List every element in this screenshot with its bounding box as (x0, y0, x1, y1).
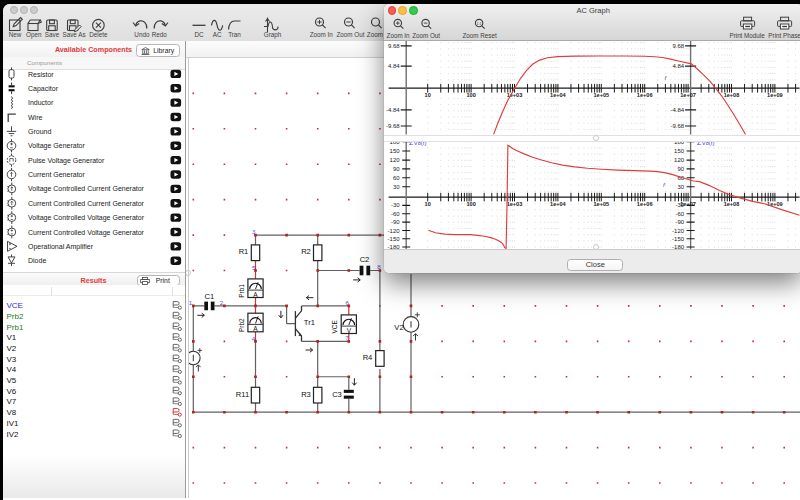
svg-text:V5: V5 (7, 376, 17, 385)
svg-text:8: 8 (377, 263, 381, 270)
svg-text:Voltage Controlled Voltage Gen: Voltage Controlled Voltage Generator (28, 214, 145, 222)
svg-text:1e+03: 1e+03 (507, 92, 523, 98)
svg-text:-4.84: -4.84 (671, 107, 685, 113)
svg-text:-120: -120 (388, 228, 401, 234)
svg-text:A: A (253, 290, 258, 297)
svg-text:-4.84: -4.84 (386, 107, 400, 113)
svg-text:V1: V1 (7, 333, 17, 342)
svg-text:1: 1 (189, 298, 193, 305)
svg-text:-120: -120 (673, 228, 686, 234)
svg-text:Graph: Graph (264, 31, 282, 39)
svg-text:5: 5 (252, 263, 256, 270)
svg-text:Ground: Ground (28, 128, 51, 135)
svg-text:4.84: 4.84 (388, 63, 400, 69)
svg-text:V2: V2 (394, 322, 403, 331)
svg-text:Wire: Wire (28, 114, 42, 121)
svg-text:1e+06: 1e+06 (637, 201, 653, 207)
svg-text:150: 150 (390, 148, 401, 154)
svg-text:1e+04: 1e+04 (550, 92, 567, 98)
svg-text:AC: AC (213, 31, 222, 38)
svg-text:Tran: Tran (228, 31, 241, 38)
svg-text:IV2: IV2 (7, 430, 20, 439)
svg-text:C2: C2 (360, 255, 370, 264)
svg-text:-150: -150 (388, 236, 401, 242)
svg-text:-30: -30 (391, 203, 400, 209)
svg-text:R1: R1 (239, 247, 249, 256)
svg-text:-9.68: -9.68 (386, 123, 400, 129)
svg-text:1e+06: 1e+06 (637, 92, 653, 98)
svg-text:1e+08: 1e+08 (724, 92, 740, 98)
svg-text:Voltage Controlled Current Gen: Voltage Controlled Current Generator (28, 185, 145, 193)
svg-text:Prb2: Prb2 (7, 312, 24, 321)
svg-text:90: 90 (678, 166, 685, 172)
svg-text:Tr1: Tr1 (304, 317, 315, 326)
svg-text:1e+07: 1e+07 (681, 92, 697, 98)
svg-text:-60: -60 (391, 211, 400, 217)
svg-text:1e+09: 1e+09 (767, 92, 783, 98)
svg-text:Pulse Voltage Generator: Pulse Voltage Generator (28, 157, 105, 165)
svg-text:4: 4 (252, 334, 256, 341)
svg-text:V8: V8 (7, 408, 17, 417)
svg-text:DC: DC (194, 31, 204, 38)
svg-text:V6: V6 (7, 387, 17, 396)
svg-text:6: 6 (346, 298, 350, 305)
svg-text:Capacitor: Capacitor (28, 85, 59, 93)
svg-text:1e+05: 1e+05 (594, 92, 610, 98)
svg-text:1e+04: 1e+04 (550, 201, 567, 207)
svg-text:Prb1: Prb1 (238, 283, 245, 297)
svg-text:V7: V7 (7, 397, 17, 406)
svg-text:V4: V4 (7, 365, 17, 374)
svg-text:Zoom In: Zoom In (310, 31, 334, 38)
svg-text:C3: C3 (332, 389, 342, 398)
svg-text:100: 100 (467, 92, 476, 98)
svg-text:-150: -150 (673, 236, 686, 242)
svg-text:Resistor: Resistor (28, 71, 54, 78)
svg-text:Zoom Out: Zoom Out (337, 31, 365, 38)
svg-text:4.84: 4.84 (673, 63, 685, 69)
svg-text:VCE: VCE (7, 301, 23, 310)
svg-text:-90: -90 (676, 219, 685, 225)
svg-text:9.68: 9.68 (673, 43, 685, 49)
svg-text:1e+05: 1e+05 (594, 201, 610, 207)
svg-text:C1: C1 (204, 291, 214, 300)
svg-text:Voltage Generator: Voltage Generator (28, 142, 85, 150)
svg-text:A: A (253, 325, 258, 332)
svg-text:3: 3 (252, 227, 256, 234)
svg-text:f: f (665, 75, 668, 81)
svg-text:R3: R3 (301, 389, 311, 398)
svg-text:Prb2: Prb2 (238, 317, 245, 331)
svg-text:10: 10 (425, 201, 431, 207)
svg-text:Diode: Diode (28, 257, 46, 264)
svg-text:R11: R11 (236, 389, 249, 398)
svg-text:-30: -30 (676, 203, 685, 209)
svg-text:V2: V2 (7, 344, 17, 353)
svg-text:VCE: VCE (331, 319, 338, 333)
svg-text:Inductor: Inductor (28, 99, 54, 106)
svg-text:Operational Amplifier: Operational Amplifier (28, 243, 94, 251)
svg-text:R2: R2 (301, 247, 311, 256)
svg-text:IV1: IV1 (7, 419, 20, 428)
svg-text:120: 120 (674, 157, 685, 163)
svg-text:-9.68: -9.68 (671, 123, 685, 129)
svg-text:60: 60 (393, 175, 400, 181)
svg-text:Current Generator: Current Generator (28, 171, 85, 178)
svg-text:Current Controlled Current Gen: Current Controlled Current Generator (28, 200, 145, 207)
svg-text:Current Controlled Voltage Gen: Current Controlled Voltage Generator (28, 229, 145, 237)
svg-text:V3: V3 (7, 355, 17, 364)
svg-text:-60: -60 (676, 211, 685, 217)
svg-text:2: 2 (220, 298, 224, 305)
svg-text:30: 30 (393, 184, 400, 190)
svg-text:-90: -90 (391, 219, 400, 225)
svg-text:7: 7 (345, 333, 349, 340)
svg-text:1e+03: 1e+03 (507, 201, 523, 207)
svg-text:1e+08: 1e+08 (724, 201, 740, 207)
svg-text:90: 90 (393, 166, 400, 172)
svg-text:R4: R4 (363, 353, 373, 362)
svg-text:100: 100 (467, 201, 476, 207)
svg-text:10: 10 (425, 92, 431, 98)
svg-text:30: 30 (678, 184, 685, 190)
svg-text:Prb1: Prb1 (7, 323, 24, 332)
svg-text:9.68: 9.68 (388, 43, 400, 49)
svg-text:150: 150 (674, 148, 685, 154)
svg-text:120: 120 (390, 157, 401, 163)
